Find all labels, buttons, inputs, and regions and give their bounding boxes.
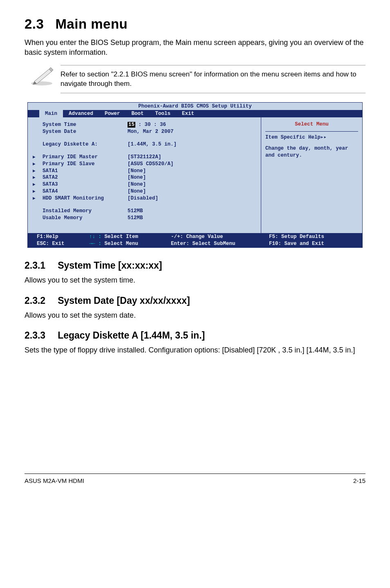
bios-tab-boot: Boot <box>126 110 150 117</box>
footer-select-submenu: Enter: Select SubMenu <box>171 240 269 247</box>
row-value: [None] <box>128 174 255 181</box>
subsection-num: 2.3.1 <box>25 260 45 271</box>
subsection-title: System Date [Day xx/xx/xxxx] <box>58 295 190 306</box>
help-body: Change the day, month, year and century. <box>265 146 348 158</box>
leftright-arrow-icon: →← : <box>89 241 101 247</box>
row-label: Usable Memory <box>34 215 128 222</box>
row-value: 512MB <box>128 208 255 215</box>
select-menu-label: Select Menu <box>265 119 358 132</box>
bios-help-panel: Select Menu Item Specific Help▸▸ Change … <box>261 117 362 233</box>
triangle-icon <box>33 195 36 202</box>
item-specific-help-label: Item Specific Help <box>265 135 321 140</box>
footer-select-menu: →← : Select Menu <box>89 240 171 247</box>
row-label: System Date <box>34 128 128 135</box>
double-arrow-icon: ▸▸ <box>321 135 327 140</box>
row-label: SATA2 <box>34 174 128 181</box>
subsection-num: 2.3.3 <box>25 330 45 341</box>
footer-left: ASUS M2A-VM HDMI <box>25 477 84 484</box>
bios-left-panel: System Time 15 : 30 : 36 System Date Mon… <box>28 117 261 233</box>
row-label: HDD SMART Monitoring <box>34 195 128 202</box>
pencil-icon <box>25 65 61 86</box>
subsection-body: Sets the type of floppy drive installed.… <box>25 345 365 355</box>
bios-screenshot: Phoenix-Award BIOS CMOS Setup Utility Ma… <box>27 102 363 248</box>
bios-footer: F1:Help ESC: Exit ↑↓ : Select Item →← : … <box>28 233 362 248</box>
bios-tab-advanced: Advanced <box>63 110 99 117</box>
footer-f10: F10: Save and Exit <box>269 240 362 247</box>
updown-arrow-icon: ↑↓ : <box>89 234 101 240</box>
bios-tab-main: Main <box>39 110 63 117</box>
row-value: 512MB <box>128 215 255 222</box>
bios-tab-power: Power <box>99 110 126 117</box>
bios-tab-tools: Tools <box>150 110 177 117</box>
subsection-body: Allows you to set the system time. <box>25 275 365 285</box>
subsection-body: Allows you to set the system date. <box>25 310 365 320</box>
section-heading: 2.3Main menu <box>25 16 365 32</box>
footer-esc: ESC: Exit <box>37 240 89 247</box>
triangle-icon <box>33 188 36 195</box>
triangle-icon <box>33 161 36 168</box>
time-highlight: 15 <box>128 122 135 128</box>
row-label: SATA4 <box>34 188 128 195</box>
note: Refer to section "2.2.1 BIOS menu screen… <box>25 65 365 94</box>
subsection-heading: 2.3.1System Time [xx:xx:xx] <box>25 260 365 271</box>
row-value: Mon, Mar 2 2007 <box>128 128 255 135</box>
subsection-title: System Time [xx:xx:xx] <box>58 260 162 271</box>
intro-paragraph: When you enter the BIOS Setup program, t… <box>25 38 365 58</box>
row-label: SATA3 <box>34 181 128 188</box>
row-value: [None] <box>128 168 255 175</box>
footer-select-item-txt: Select Item <box>101 234 138 240</box>
footer-f5: F5: Setup Defaults <box>269 233 362 240</box>
row-value: [ST321122A] <box>128 154 255 161</box>
section-num: 2.3 <box>25 16 44 31</box>
row-label: SATA1 <box>34 168 128 175</box>
row-label: Primary IDE Slave <box>34 161 128 168</box>
subsection-num: 2.3.2 <box>25 295 45 306</box>
row-label: Installed Memory <box>34 208 128 215</box>
row-value: 15 : 30 : 36 <box>128 121 255 128</box>
row-value: [None] <box>128 188 255 195</box>
triangle-icon <box>33 168 36 175</box>
footer-right: 2-15 <box>353 477 365 484</box>
bios-tab-exit: Exit <box>176 110 200 117</box>
subsection-heading: 2.3.2System Date [Day xx/xx/xxxx] <box>25 295 365 306</box>
row-label: System Time <box>34 121 128 128</box>
row-value: [1.44M, 3.5 in.] <box>128 141 255 148</box>
time-rest: : 30 : 36 <box>135 122 166 128</box>
footer-select-menu-txt: Select Menu <box>101 241 138 247</box>
triangle-icon <box>33 181 36 188</box>
row-label: Legacy Diskette A: <box>34 141 128 148</box>
footer-f1: F1:Help <box>37 233 89 240</box>
note-text: Refer to section "2.2.1 BIOS menu screen… <box>61 65 365 94</box>
subsection-heading: 2.3.3Legacy Diskette A [1.44M, 3.5 in.] <box>25 330 365 341</box>
row-value: [None] <box>128 181 255 188</box>
triangle-icon <box>33 174 36 181</box>
section-title: Main menu <box>55 16 128 31</box>
row-value: [ASUS CDS520/A] <box>128 161 255 168</box>
footer-change-value: -/+: Change Value <box>171 233 269 240</box>
subsection-title: Legacy Diskette A [1.44M, 3.5 in.] <box>58 330 205 341</box>
row-label: Primary IDE Master <box>34 154 128 161</box>
footer-select-item: ↑↓ : Select Item <box>89 233 171 240</box>
page-footer: ASUS M2A-VM HDMI 2-15 <box>25 474 365 484</box>
bios-tabs: Main Advanced Power Boot Tools Exit <box>28 110 362 117</box>
bios-title: Phoenix-Award BIOS CMOS Setup Utility <box>28 103 362 110</box>
triangle-icon <box>33 154 36 161</box>
row-value: [Disabled] <box>128 195 255 202</box>
